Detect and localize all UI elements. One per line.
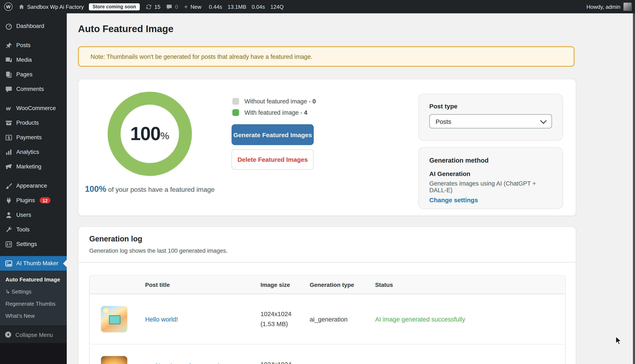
collapse-menu-button[interactable]: Collapse Menu xyxy=(0,328,67,342)
generation-method-title: Generation method xyxy=(429,157,552,164)
home-icon xyxy=(18,4,25,10)
table-header-row: Post title Image size Generation type St… xyxy=(90,276,565,294)
products-box-icon xyxy=(5,119,13,127)
wordpress-admin-screen: W Sandbox Wp Ai Factory Store coming soo… xyxy=(0,0,635,364)
sidebar-footer-space xyxy=(0,343,67,364)
wordpress-logo-icon[interactable]: W xyxy=(4,2,13,11)
status-text: AI image generated successfully xyxy=(375,316,465,322)
sidebar-item-comments[interactable]: Comments xyxy=(0,82,67,96)
divider xyxy=(79,262,576,263)
image-size-px: 1024x1024 xyxy=(261,359,304,364)
col-thumbnail xyxy=(90,276,140,294)
post-thumbnail[interactable] xyxy=(101,306,127,332)
sidebar-item-products[interactable]: Products xyxy=(0,116,67,130)
sidebar-item-pages[interactable]: Pages xyxy=(0,67,67,82)
page-title: Auto Featured Image xyxy=(78,23,174,34)
table-row: Hello world! 1024x1024 (1.53 MB) ai_gene… xyxy=(90,294,565,344)
post-thumbnail[interactable] xyxy=(101,356,127,364)
comment-bubble-icon xyxy=(166,4,173,10)
col-status: Status xyxy=(368,276,565,294)
generation-log-panel: Generation log Generation log shows the … xyxy=(78,226,576,364)
sidebar-item-dashboard[interactable]: Dashboard xyxy=(0,19,67,33)
page-scrollbar[interactable] xyxy=(633,13,635,364)
donut-percent-sign: % xyxy=(160,130,169,142)
mouse-cursor xyxy=(615,336,622,347)
legend-swatch-gray xyxy=(232,98,239,105)
generation-method-description: Generates images using AI (ChatGPT + DAL… xyxy=(429,180,552,194)
main-content: Auto Featured Image Note: Thumbnails won… xyxy=(67,13,635,364)
sidebar-item-appearance[interactable]: Appearance xyxy=(0,178,67,193)
legend-label: Without featured image - xyxy=(245,98,312,105)
new-label: New xyxy=(191,4,201,10)
submenu-item-settings[interactable]: ↳ Settings xyxy=(0,286,67,298)
submenu-item-whats-new[interactable]: What’s New xyxy=(0,310,67,322)
wrench-icon xyxy=(5,226,13,234)
submenu-item-auto-featured-image[interactable]: Auto Featured Image xyxy=(0,274,67,286)
stat-time: 0.44s xyxy=(209,4,222,10)
ai-thumb-maker-submenu: Auto Featured Image ↳ Settings Regenerat… xyxy=(0,270,67,325)
generation-log-title: Generation log xyxy=(89,235,142,244)
submenu-item-regenerate-thumbs[interactable]: Regenerate Thumbs xyxy=(0,298,67,310)
sidebar-item-media[interactable]: Media xyxy=(0,52,67,67)
sidebar-item-plugins[interactable]: Plugins 12 xyxy=(0,193,67,208)
post-type-selected-value: Posts xyxy=(436,118,451,125)
updates-menu[interactable]: 15 xyxy=(146,4,160,10)
sidebar-item-woocommerce[interactable]: w WooCommerce xyxy=(0,101,67,116)
payments-icon: $ xyxy=(5,134,13,141)
comments-menu[interactable]: 0 xyxy=(166,4,178,10)
sidebar-item-payments[interactable]: $ Payments xyxy=(0,130,67,145)
donut-caption: 100% of your posts have a featured image xyxy=(79,184,221,194)
site-name-menu[interactable]: Sandbox Wp Ai Factory xyxy=(18,4,84,10)
post-type-card: Post type Posts xyxy=(418,94,563,140)
generation-type-value: ai_generation xyxy=(304,344,368,364)
featured-image-stats-panel: 100 % 100% of your posts have a featured… xyxy=(78,79,576,216)
store-coming-soon-badge[interactable]: Store coming soon xyxy=(89,3,140,10)
legend-label: With featured image - xyxy=(245,109,304,116)
post-title-link[interactable]: Hello world! xyxy=(145,316,178,322)
post-type-select[interactable]: Posts xyxy=(429,114,552,128)
plus-icon: + xyxy=(184,3,188,10)
generation-method-card: Generation method AI Generation Generate… xyxy=(418,147,563,209)
col-image-size: Image size xyxy=(255,276,304,294)
legend-without-featured: Without featured image - 0 xyxy=(232,98,316,105)
sidebar-item-posts[interactable]: Posts xyxy=(0,38,67,52)
plug-icon xyxy=(5,196,13,204)
caption-percent: 100% xyxy=(85,184,106,194)
account-menu[interactable]: Howdy, admin xyxy=(586,2,632,11)
post-title-link[interactable]: Crafting the Perfect 500-Character Essay… xyxy=(145,362,241,364)
updates-icon xyxy=(146,4,152,10)
sidebar-item-marketing[interactable]: Marketing xyxy=(0,159,67,174)
notice-banner: Note: Thumbnails won't be generated for … xyxy=(78,46,574,67)
sidebar-item-users[interactable]: Users xyxy=(0,208,67,222)
stat-memory: 13.1MB xyxy=(228,4,246,10)
sidebar-item-settings[interactable]: Settings xyxy=(0,237,67,252)
generation-log-table: Post title Image size Generation type St… xyxy=(89,275,566,364)
chevron-down-icon xyxy=(540,117,546,124)
generation-method-name: AI Generation xyxy=(429,170,552,177)
generate-featured-images-button[interactable]: Generate Featured Images xyxy=(232,124,314,145)
svg-text:w: w xyxy=(5,105,11,111)
donut-percent-value: 100 xyxy=(130,123,160,145)
sidebar-item-ai-thumb-maker[interactable]: AI Thumb Maker xyxy=(0,256,67,270)
change-settings-link[interactable]: Change settings xyxy=(429,196,552,204)
updates-count: 15 xyxy=(154,4,160,10)
plugins-update-badge: 12 xyxy=(40,197,51,204)
megaphone-icon xyxy=(5,162,13,170)
delete-featured-images-button[interactable]: Delete Featured Images xyxy=(232,149,314,170)
avatar xyxy=(623,2,632,11)
image-size-mb: (1.53 MB) xyxy=(261,319,304,329)
sliders-icon xyxy=(5,240,13,248)
caption-text: of your posts have a featured image xyxy=(106,186,214,193)
new-content-menu[interactable]: + New xyxy=(184,3,201,10)
sidebar-item-analytics[interactable]: Analytics xyxy=(0,145,67,159)
site-name: Sandbox Wp Ai Factory xyxy=(27,4,84,10)
sidebar-item-tools[interactable]: Tools xyxy=(0,222,67,237)
pages-icon xyxy=(5,70,13,78)
comments-icon xyxy=(5,85,13,93)
legend-with-featured: With featured image - 4 xyxy=(232,109,307,116)
stat-query-time: 0.04s xyxy=(252,4,265,10)
post-type-label: Post type xyxy=(429,102,552,110)
image-size-px: 1024x1024 xyxy=(261,309,304,319)
generation-type-value: ai_generation xyxy=(304,294,368,344)
comments-count: 0 xyxy=(175,4,178,10)
